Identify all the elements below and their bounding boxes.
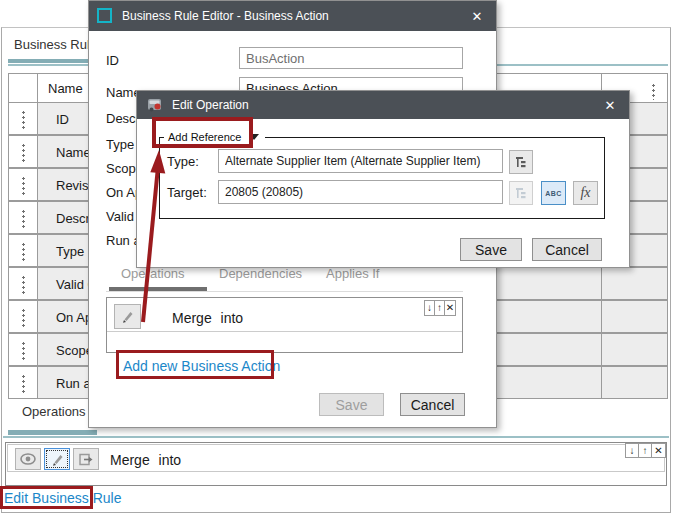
type-tree-picker-button[interactable]	[509, 150, 533, 174]
edit-operation-dialog: Edit Operation ✕ Add Reference Type: Tar…	[136, 90, 630, 268]
editor-operation-row-label: Merge into	[172, 310, 243, 326]
view-operation-button[interactable]	[15, 448, 41, 470]
target-field[interactable]	[218, 180, 503, 204]
field-label-type: Type	[106, 137, 134, 152]
row-end-cell	[601, 333, 668, 366]
operation-save-button[interactable]: Save	[460, 238, 522, 261]
field-label-id: ID	[106, 53, 119, 68]
add-new-business-action-link[interactable]: Add new Business Action	[123, 358, 280, 374]
tab-applies-if[interactable]: Applies If	[326, 266, 379, 281]
editor-tab-divider	[106, 291, 463, 292]
open-arrow-icon	[79, 453, 93, 466]
row-end-cell	[601, 366, 668, 399]
hierarchy-icon	[515, 187, 528, 200]
id-field[interactable]	[239, 47, 463, 69]
editor-operations-list: Merge into ↓ ↑ ✕	[106, 297, 463, 353]
operations-strip-divider	[3, 436, 669, 438]
operations-tab-indicator	[8, 430, 97, 435]
type-field[interactable]	[218, 149, 503, 173]
row-drag-handle[interactable]	[8, 300, 38, 333]
row-drag-handle[interactable]	[8, 135, 38, 168]
row-drag-handle[interactable]	[8, 333, 38, 366]
pencil-icon	[51, 453, 64, 466]
row-drag-handle[interactable]	[8, 102, 38, 135]
tab-business-rules[interactable]: Business Rule	[14, 37, 97, 52]
edit-business-rule-link[interactable]: Edit Business Rule	[4, 490, 122, 506]
tab-operations[interactable]: Operations	[121, 266, 185, 281]
business-rule-icon	[97, 8, 112, 23]
caret-down-icon	[249, 134, 259, 140]
remove-row-button[interactable]: ✕	[444, 300, 456, 316]
editor-save-button[interactable]: Save	[319, 393, 384, 416]
screenshot-root: Business Rule Name ID Name Revision Desc…	[0, 0, 673, 513]
column-header-name: Name	[48, 81, 83, 96]
row-drag-handle[interactable]	[8, 168, 38, 201]
x-icon: ✕	[446, 303, 454, 313]
eye-icon	[20, 453, 36, 465]
operation-row[interactable]	[7, 444, 665, 472]
move-down-button[interactable]: ↓	[625, 443, 639, 458]
tab-operations-main[interactable]: Operations	[22, 404, 86, 419]
goto-operation-button[interactable]	[73, 448, 99, 470]
row-drag-handle[interactable]	[8, 366, 38, 399]
hierarchy-icon	[515, 156, 528, 169]
edit-operation-inline-button[interactable]	[114, 304, 141, 329]
pencil-icon	[121, 310, 134, 323]
tab-dependencies[interactable]: Dependencies	[219, 266, 302, 281]
editor-dialog-title: Business Rule Editor - Business Action	[122, 9, 329, 23]
arrow-up-icon: ↑	[643, 446, 648, 456]
fx-icon: fx	[580, 185, 590, 201]
edit-operation-button[interactable]	[44, 448, 70, 470]
row-drag-handle[interactable]	[8, 267, 38, 300]
operation-row-label: Merge into	[110, 452, 181, 468]
x-icon: ✕	[654, 446, 662, 456]
fx-formula-button[interactable]: fx	[573, 181, 598, 205]
editor-operation-row[interactable]	[107, 298, 462, 332]
edit-operation-icon	[146, 96, 164, 118]
abc-value-mode-button[interactable]: ABC	[541, 181, 566, 205]
column-options-kebab-icon[interactable]	[652, 83, 655, 100]
abc-icon: ABC	[545, 190, 562, 197]
target-tree-picker-button-disabled	[509, 181, 533, 205]
operation-close-button[interactable]: ✕	[599, 94, 621, 116]
arrow-down-icon: ↓	[630, 446, 635, 456]
row-end-cell	[601, 267, 668, 300]
arrow-up-icon: ↑	[437, 303, 442, 313]
operation-dialog-titlebar: Edit Operation ✕	[137, 91, 629, 119]
row-drag-handle[interactable]	[8, 234, 38, 267]
operation-cancel-button[interactable]: Cancel	[532, 238, 602, 261]
row-drag-handle[interactable]	[8, 201, 38, 234]
arrow-down-icon: ↓	[427, 303, 432, 313]
remove-row-button[interactable]: ✕	[651, 443, 666, 458]
editor-dialog-titlebar: Business Rule Editor - Business Action ✕	[89, 1, 496, 31]
editor-close-button[interactable]: ✕	[466, 5, 488, 27]
move-up-button[interactable]: ↑	[638, 443, 652, 458]
target-label: Target:	[167, 185, 207, 200]
editor-cancel-button[interactable]: Cancel	[400, 393, 465, 416]
operations-list-panel	[5, 442, 667, 486]
add-reference-dropdown[interactable]: Add Reference	[164, 129, 265, 145]
header-drag-cell	[8, 73, 38, 103]
tab-active-indicator	[8, 59, 97, 63]
operation-dialog-title: Edit Operation	[172, 98, 249, 112]
add-reference-label: Add Reference	[168, 131, 241, 143]
row-end-cell	[601, 300, 668, 333]
type-label: Type:	[167, 154, 199, 169]
